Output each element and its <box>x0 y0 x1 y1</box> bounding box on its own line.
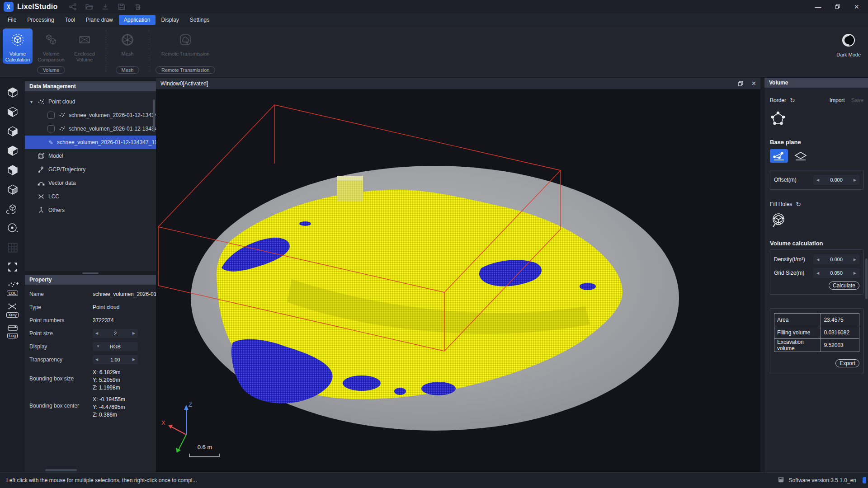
visibility-checkbox[interactable] <box>47 125 55 132</box>
menu-tool[interactable]: Tool <box>60 15 80 25</box>
volume-calculation-button[interactable]: Volume Calculation <box>3 28 33 64</box>
mesh-icon <box>120 32 135 49</box>
view-bottom-icon[interactable] <box>5 182 20 197</box>
view-back-icon[interactable] <box>5 163 20 177</box>
edl-toggle[interactable]: EDL <box>7 281 19 296</box>
horizontal-scrollbar-thumb[interactable] <box>45 469 77 471</box>
tile-label: Enclosed Volume <box>70 51 99 63</box>
import-button[interactable]: Import <box>830 97 845 103</box>
orbit-view-icon[interactable] <box>5 202 20 216</box>
panel-splitter[interactable] <box>25 271 156 275</box>
ribbon-group-label-mesh[interactable]: Mesh <box>116 66 140 74</box>
increment-icon[interactable]: ▶ <box>132 357 135 361</box>
base-plane-flat-button[interactable] <box>792 149 810 163</box>
close-button[interactable]: × <box>854 3 859 11</box>
export-button[interactable]: Export <box>835 359 859 367</box>
menu-display[interactable]: Display <box>156 15 184 25</box>
increment-icon[interactable]: ▶ <box>854 271 856 275</box>
dark-mode-control[interactable]: Dark Mode <box>836 28 868 57</box>
tree-node-gcp-trajectory[interactable]: GCP/Trajectory <box>25 163 156 176</box>
menu-processing[interactable]: Processing <box>22 15 59 25</box>
decrement-icon[interactable]: ◀ <box>816 258 819 262</box>
result-row-filling-volume: Filling volume 0.0316082 <box>774 326 859 339</box>
view-top-icon[interactable] <box>5 85 20 99</box>
offset-stepper[interactable]: ◀ 0.000 ▶ <box>813 175 859 185</box>
tree-node-model[interactable]: Model <box>25 149 156 163</box>
ribbon-group-label-volume[interactable]: Volume <box>37 66 66 74</box>
point-size-stepper[interactable]: ◀ 2 ▶ <box>93 329 138 338</box>
menu-settings[interactable]: Settings <box>185 15 214 25</box>
tree-item-pointcloud-1[interactable]: schnee_volumen_2026-01-12-13434 <box>25 108 156 122</box>
menu-file[interactable]: File <box>3 15 21 25</box>
volume-comparison-icon <box>43 32 59 49</box>
dark-mode-icon <box>841 33 856 49</box>
delete-icon[interactable] <box>134 3 142 11</box>
tree-node-point-cloud[interactable]: ▾ Point cloud <box>25 95 156 108</box>
mesh-button[interactable]: Mesh <box>113 28 142 64</box>
dropdown-icon: ▼ <box>96 344 100 348</box>
draw-polygon-button[interactable] <box>770 110 786 128</box>
display-dropdown[interactable]: ▼ RGB <box>93 342 138 351</box>
decrement-icon[interactable]: ◀ <box>95 331 98 335</box>
base-plane-fit-button[interactable] <box>770 149 788 163</box>
axis-z-label: Z <box>189 401 192 408</box>
grid-size-stepper[interactable]: ◀ 0.050 ▶ <box>813 268 859 278</box>
result-value: 0.0316082 <box>821 326 859 339</box>
3d-scene[interactable]: Z X 0.6 m <box>156 89 760 472</box>
decrement-icon[interactable]: ◀ <box>95 357 98 361</box>
visibility-checkbox[interactable] <box>47 112 55 119</box>
edl-icon <box>7 281 19 290</box>
fill-holes-reset-icon[interactable]: ↻ <box>796 201 801 208</box>
float-window-icon[interactable] <box>737 80 744 87</box>
increment-icon[interactable]: ▶ <box>132 331 135 335</box>
tree-item-label: schnee_volumen_2026-01-12-13434 <box>69 112 156 118</box>
border-reset-icon[interactable]: ↻ <box>790 97 795 104</box>
record-circle-icon[interactable] <box>5 221 20 235</box>
point-cloud-icon <box>59 126 66 132</box>
fill-holes-inspect-button[interactable] <box>770 211 788 231</box>
fullscreen-icon[interactable] <box>5 260 20 274</box>
result-label: Filling volume <box>774 326 821 339</box>
download-icon[interactable] <box>101 3 109 11</box>
save-icon[interactable] <box>118 3 126 11</box>
volume-comparison-button[interactable]: Volume Comparison <box>36 28 66 64</box>
increment-icon[interactable]: ▶ <box>854 178 856 182</box>
view-left-icon[interactable] <box>5 143 20 158</box>
tree-node-vector-data[interactable]: Vector data <box>25 176 156 190</box>
blue-patch-small-2 <box>421 382 456 395</box>
view-front-icon[interactable] <box>5 104 20 119</box>
tree-node-others[interactable]: Others <box>25 203 156 217</box>
tree-item-pointcloud-2[interactable]: schnee_volumen_2026-01-12-13434 <box>25 122 156 136</box>
open-folder-icon[interactable] <box>85 3 93 11</box>
property-label: Display <box>29 343 93 350</box>
tree-item-pointcloud-3-selected[interactable]: ✎ schnee_volumen_2026-01-12-134347_11 <box>25 136 156 149</box>
close-viewport-icon[interactable]: × <box>752 80 756 88</box>
scrollbar-thumb[interactable] <box>153 99 155 132</box>
decrement-icon[interactable]: ◀ <box>816 178 819 182</box>
menu-application[interactable]: Application <box>119 15 156 25</box>
menu-plane-draw[interactable]: Plane draw <box>81 15 118 25</box>
tree-node-lcc[interactable]: LCC <box>25 190 156 203</box>
decrement-icon[interactable]: ◀ <box>816 271 819 275</box>
maximize-button[interactable] <box>835 4 840 10</box>
save-border-button[interactable]: Save <box>851 97 863 103</box>
increment-icon[interactable]: ▶ <box>854 258 856 262</box>
xray-toggle[interactable]: Xray <box>6 303 19 318</box>
ribbon-group-label-remote[interactable]: Remote Transmission <box>156 66 215 74</box>
log-toggle[interactable]: Log <box>7 324 19 338</box>
calculate-button[interactable]: Calculate <box>829 282 859 290</box>
transparency-stepper[interactable]: ◀ 1.00 ▶ <box>93 355 138 364</box>
share-icon[interactable] <box>69 3 77 11</box>
view-right-icon[interactable] <box>5 124 20 138</box>
scrollbar-thumb[interactable] <box>865 258 868 299</box>
grid-icon[interactable] <box>5 240 20 255</box>
status-blue-icon[interactable] <box>863 477 866 483</box>
enclosed-volume-button[interactable]: Enclosed Volume <box>70 28 99 64</box>
chevron-down-icon[interactable]: ▾ <box>30 99 37 104</box>
lcc-icon <box>37 193 46 200</box>
minimize-button[interactable]: — <box>815 4 821 10</box>
density-stepper[interactable]: ◀ 0.000 ▶ <box>813 254 859 264</box>
property-header: Property <box>25 275 156 285</box>
statusbar: Left click with the mouse for multiple s… <box>0 472 868 488</box>
remote-transmission-button[interactable]: Remote Transmission <box>161 28 210 64</box>
